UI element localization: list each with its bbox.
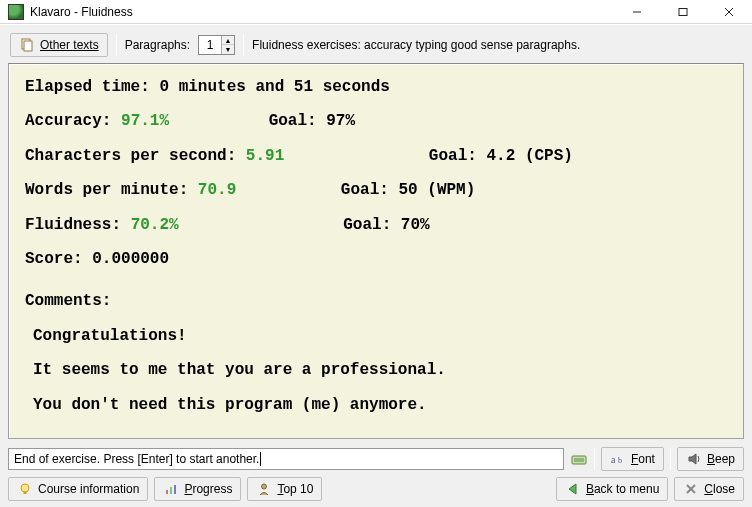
accuracy-label: Accuracy: <box>25 112 111 130</box>
svg-rect-1 <box>679 8 687 15</box>
inputbar-separator <box>670 448 671 470</box>
beep-label-rest: eep <box>715 452 735 466</box>
comment-line: Congratulations! <box>33 325 729 347</box>
elapsed-label: Elapsed time: <box>25 78 150 96</box>
spinner-up-button[interactable]: ▲ <box>222 36 234 45</box>
svg-rect-5 <box>24 41 32 51</box>
fluidness-value: 70.2% <box>131 216 179 234</box>
documents-icon <box>19 37 35 53</box>
close-x-icon <box>683 481 699 497</box>
top-toolbar: Other texts Paragraphs: ▲ ▼ Fluidness ex… <box>4 29 748 63</box>
wpm-value: 70.9 <box>198 181 236 199</box>
toolbar-separator <box>243 34 244 56</box>
svg-rect-16 <box>174 485 176 494</box>
top10-label-rest: op 10 <box>283 482 313 496</box>
results-panel: Elapsed time: 0 minutes and 51 seconds A… <box>8 63 744 439</box>
toolbar-description: Fluidness exercises: accuracy typing goo… <box>252 38 580 52</box>
bottom-toolbar: Course information Progress Top 10 Back … <box>4 471 748 503</box>
paragraphs-label: Paragraphs: <box>125 38 190 52</box>
svg-rect-6 <box>572 456 586 464</box>
top10-button[interactable]: Top 10 <box>247 477 322 501</box>
svg-marker-18 <box>569 484 576 494</box>
svg-point-17 <box>262 484 267 489</box>
beep-button[interactable]: Beep <box>677 447 744 471</box>
progress-label-rest: rogress <box>192 482 232 496</box>
typing-input[interactable]: End of exercise. Press [Enter] to start … <box>8 448 564 470</box>
svg-rect-14 <box>166 490 168 494</box>
close-window-button[interactable] <box>706 0 752 23</box>
svg-point-12 <box>21 484 29 492</box>
score-value: 0.000000 <box>92 250 169 268</box>
font-button[interactable]: ab Font <box>601 447 664 471</box>
svg-marker-11 <box>689 454 696 464</box>
close-button[interactable]: Close <box>674 477 744 501</box>
paragraphs-spinner[interactable]: ▲ ▼ <box>198 35 235 55</box>
back-button[interactable]: Back to menu <box>556 477 668 501</box>
back-arrow-icon <box>565 481 581 497</box>
close-label-rest: lose <box>713 482 735 496</box>
course-info-label: Course information <box>38 482 139 496</box>
maximize-button[interactable] <box>660 0 706 23</box>
comment-line: It seems to me that you are a profession… <box>33 359 729 381</box>
font-icon: ab <box>610 451 626 467</box>
titlebar: Klavaro - Fluidness <box>0 0 752 24</box>
svg-text:b: b <box>618 456 622 465</box>
typing-input-text: End of exercise. Press [Enter] to start … <box>14 452 259 466</box>
cps-label: Characters per second: <box>25 147 236 165</box>
toolbar-separator <box>116 34 117 56</box>
score-label: Score: <box>25 250 83 268</box>
svg-rect-13 <box>24 492 27 494</box>
window-controls <box>614 0 752 23</box>
elapsed-value: 0 minutes and 51 seconds <box>159 78 389 96</box>
fluidness-label: Fluidness: <box>25 216 121 234</box>
course-info-button[interactable]: Course information <box>8 477 148 501</box>
app-icon <box>8 4 24 20</box>
keyboard-icon[interactable] <box>570 450 588 468</box>
fluidness-goal: Goal: 70% <box>343 214 429 236</box>
cps-value: 5.91 <box>246 147 284 165</box>
back-label-rest: ack to menu <box>594 482 659 496</box>
inputbar-separator <box>594 448 595 470</box>
svg-rect-15 <box>170 487 172 494</box>
font-label-rest: ont <box>638 452 655 466</box>
accuracy-goal: Goal: 97% <box>269 110 355 132</box>
comments-label: Comments: <box>25 290 729 312</box>
wpm-goal: Goal: 50 (WPM) <box>341 179 475 201</box>
lightbulb-icon <box>17 481 33 497</box>
client-area: Other texts Paragraphs: ▲ ▼ Fluidness ex… <box>0 24 752 507</box>
input-bar: End of exercise. Press [Enter] to start … <box>4 447 748 471</box>
window-title: Klavaro - Fluidness <box>30 5 614 19</box>
accuracy-value: 97.1% <box>121 112 169 130</box>
svg-text:a: a <box>611 454 616 465</box>
wpm-label: Words per minute: <box>25 181 188 199</box>
spinner-down-button[interactable]: ▼ <box>222 45 234 54</box>
speaker-icon <box>686 451 702 467</box>
comment-line: You don't need this program (me) anymore… <box>33 394 729 416</box>
minimize-button[interactable] <box>614 0 660 23</box>
cps-goal: Goal: 4.2 (CPS) <box>429 145 573 167</box>
progress-button[interactable]: Progress <box>154 477 241 501</box>
chart-icon <box>163 481 179 497</box>
paragraphs-input[interactable] <box>199 38 221 52</box>
person-icon <box>256 481 272 497</box>
other-texts-button[interactable]: Other texts <box>10 33 108 57</box>
other-texts-label: Other texts <box>40 38 99 52</box>
